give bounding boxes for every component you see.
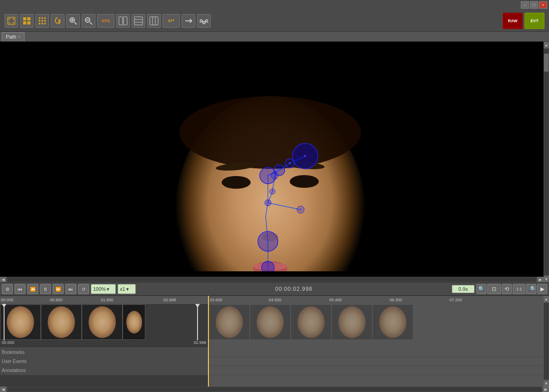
tl-scroll-right[interactable]: ▶ xyxy=(543,387,549,392)
right-time-spacer xyxy=(209,340,544,348)
prev-frame-btn[interactable]: ⏪ xyxy=(27,284,38,294)
svg-point-71 xyxy=(272,191,273,192)
thumb-5[interactable] xyxy=(209,304,250,340)
close-btn[interactable]: × xyxy=(539,1,547,9)
thumb-2[interactable] xyxy=(41,304,82,340)
fit-btn[interactable]: ⊡ xyxy=(487,284,501,294)
scroll-track-right[interactable] xyxy=(544,49,549,275)
tl-scroll-track-h[interactable] xyxy=(7,387,542,392)
lasso-tool[interactable] xyxy=(51,14,64,28)
thumb-strip-right xyxy=(209,304,544,340)
svg-point-35 xyxy=(179,96,361,169)
annotations-row-right xyxy=(209,366,544,375)
svg-point-69 xyxy=(304,155,306,157)
svg-point-59 xyxy=(271,172,278,179)
bookmarks-row-right xyxy=(209,348,544,357)
next-frame-btn[interactable]: ⏩ xyxy=(53,284,64,294)
scroll-down-arrow[interactable]: ▼ xyxy=(544,276,549,282)
svg-point-41 xyxy=(262,232,278,241)
svg-point-57 xyxy=(285,159,294,168)
ratio-btn[interactable]: 1:1 xyxy=(513,284,525,294)
svg-line-20 xyxy=(90,22,92,24)
evt-button[interactable]: EVT xyxy=(524,13,544,29)
minimize-btn[interactable]: − xyxy=(521,1,529,9)
thumb-1[interactable] xyxy=(0,304,41,340)
raw-button[interactable]: RAW xyxy=(503,13,523,29)
path-tab[interactable]: Path × xyxy=(2,32,25,41)
time-marker-8: 07.200 xyxy=(450,298,462,302)
wave-tool[interactable] xyxy=(197,14,211,28)
range-end: 02.998 xyxy=(193,340,206,348)
svg-line-46 xyxy=(279,163,290,170)
svg-line-50 xyxy=(266,203,268,216)
tl-scroll-track[interactable] xyxy=(544,303,549,379)
svg-point-10 xyxy=(44,20,46,22)
counter-tool[interactable]: 97⁴ xyxy=(163,14,180,28)
thumb-3[interactable] xyxy=(82,304,123,340)
svg-rect-1 xyxy=(23,17,26,20)
path-tab-close-icon[interactable]: × xyxy=(18,34,20,39)
tl-scroll-left[interactable]: ◀ xyxy=(0,387,6,392)
svg-point-65 xyxy=(297,206,304,213)
dots-tool[interactable] xyxy=(35,14,49,28)
zoom-back-btn[interactable]: ⟲ xyxy=(502,284,512,294)
scroll-up-arrow[interactable]: ▲ xyxy=(544,42,549,48)
user-events-row-right xyxy=(209,357,544,366)
scroll-track-bottom[interactable] xyxy=(7,277,536,282)
split-tool[interactable] xyxy=(116,14,130,28)
playback-bar: ⚙ ⏮ ⏪ ⏸ ⏩ ⏭ ↺ 100% ▾ x1 ▾ 00:00:02.998 0… xyxy=(0,282,549,296)
thumb-8[interactable] xyxy=(331,304,372,340)
svg-point-32 xyxy=(175,96,366,271)
zoom-plus-btn[interactable]: 🔎 xyxy=(526,284,536,294)
tl-scroll-up[interactable]: ▲ xyxy=(544,296,549,302)
user-events-row: User Events xyxy=(0,357,208,366)
layout1-tool[interactable] xyxy=(132,14,145,28)
loop-btn[interactable]: ↺ xyxy=(78,284,89,294)
zoom-out-tool[interactable] xyxy=(82,14,95,28)
speed-select[interactable]: 100% ▾ xyxy=(91,284,116,294)
svg-point-61 xyxy=(265,200,271,206)
speed-multiplier-select[interactable]: x1 ▾ xyxy=(118,284,136,294)
title-bar: − □ × xyxy=(0,0,549,10)
zoom-end-btn[interactable]: ▶ xyxy=(537,284,547,294)
select-tool[interactable] xyxy=(5,14,18,28)
svg-point-8 xyxy=(39,20,40,22)
scroll-thumb-right[interactable] xyxy=(544,54,549,72)
kps-tool[interactable]: KPS xyxy=(97,14,114,28)
zoom-minus-btn[interactable]: 🔍 xyxy=(476,284,486,294)
timeline-rows-right xyxy=(209,348,544,375)
thumb-6[interactable] xyxy=(250,304,291,340)
thumb-7[interactable] xyxy=(291,304,331,340)
zoom-in-tool[interactable] xyxy=(66,14,80,28)
timeline-main: 00.000 00.900 01.800 02.998 xyxy=(0,296,549,387)
current-time-display: 00:00:02.998 xyxy=(138,286,450,292)
timeline-rows-left: Bookmarks User Events Annotations xyxy=(0,348,208,375)
play-pause-btn[interactable]: ⏸ xyxy=(40,284,51,294)
tl-scroll-down[interactable]: ▼ xyxy=(544,380,549,387)
svg-point-40 xyxy=(290,175,319,188)
tracking-overlay xyxy=(0,42,538,271)
maximize-btn[interactable]: □ xyxy=(530,1,538,9)
svg-point-62 xyxy=(258,231,278,251)
scroll-right-arrow[interactable]: ▶ xyxy=(537,277,544,282)
grid-tool[interactable] xyxy=(20,14,34,28)
layout2-tool[interactable] xyxy=(147,14,161,28)
thumb-9[interactable] xyxy=(372,304,413,340)
thumb-strip-left xyxy=(0,304,208,340)
scroll-left-arrow[interactable]: ◀ xyxy=(0,277,6,282)
zoom-controls: 🔍 ⊡ ⟲ 1:1 🔎 ▶ xyxy=(476,284,547,294)
settings-btn[interactable]: ⚙ xyxy=(2,284,13,294)
arrow-tool[interactable] xyxy=(182,14,195,28)
svg-rect-23 xyxy=(124,17,127,25)
viewport-scrollbar-right: ▲ ▼ xyxy=(544,42,549,282)
svg-line-48 xyxy=(268,191,272,203)
thumb-4[interactable] xyxy=(123,304,145,340)
svg-point-39 xyxy=(222,176,251,189)
timeline-left-panel: 00.000 00.900 01.800 02.998 xyxy=(0,296,209,387)
duration-display: 0.9s xyxy=(452,285,475,293)
svg-point-66 xyxy=(267,175,269,176)
rewind-start-btn[interactable]: ⏮ xyxy=(15,284,25,294)
fast-forward-btn[interactable]: ⏭ xyxy=(65,284,76,294)
svg-point-12 xyxy=(41,23,43,24)
time-marker-2: 01.800 xyxy=(101,298,114,302)
